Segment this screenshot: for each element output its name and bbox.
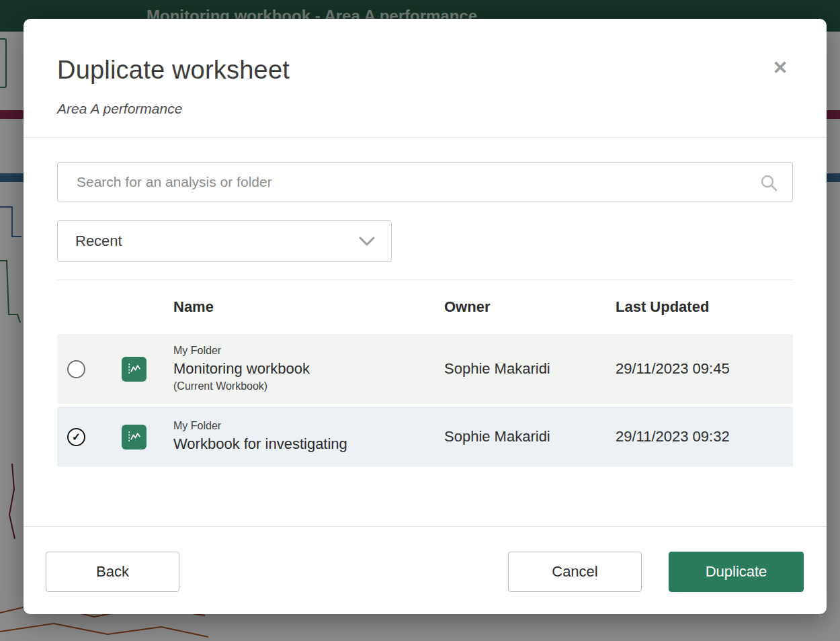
table-header-row: Name Owner Last Updated	[57, 280, 793, 334]
table-row[interactable]: My Folder Workbook for investigating Sop…	[57, 407, 793, 467]
row-radio-checked[interactable]	[67, 428, 85, 446]
dialog-body: Recent Name Owner Last Updated	[24, 138, 827, 526]
workbook-icon	[122, 357, 146, 382]
row-note: (Current Workbook)	[173, 380, 444, 394]
row-folder: My Folder	[173, 344, 444, 358]
column-header-name: Name	[173, 298, 444, 316]
row-folder: My Folder	[173, 419, 444, 433]
close-icon[interactable]: ✕	[769, 56, 792, 79]
cancel-button[interactable]: Cancel	[508, 552, 642, 592]
duplicate-button[interactable]: Duplicate	[669, 552, 804, 592]
row-owner: Sophie Makaridi	[444, 428, 616, 445]
row-owner: Sophie Makaridi	[444, 360, 616, 378]
row-workbook-name: Workbook for investigating	[173, 435, 444, 454]
search-icon	[760, 174, 778, 191]
row-radio-unchecked[interactable]	[67, 360, 85, 378]
back-button[interactable]: Back	[46, 552, 179, 592]
column-header-owner: Owner	[444, 298, 616, 316]
column-header-last-updated: Last Updated	[616, 298, 793, 316]
duplicate-worksheet-dialog: ✕ Duplicate worksheet Area A performance…	[24, 19, 827, 614]
row-last-updated: 29/11/2023 09:45	[616, 360, 793, 378]
row-workbook-name: Monitoring workbook	[173, 359, 444, 379]
dialog-subtitle: Area A performance	[57, 101, 793, 117]
dialog-header: Duplicate worksheet Area A performance	[24, 19, 827, 138]
dialog-title: Duplicate worksheet	[57, 56, 793, 85]
search-input[interactable]	[58, 163, 792, 202]
sort-filter-dropdown[interactable]: Recent	[57, 220, 392, 262]
search-box	[57, 162, 793, 202]
dropdown-selected-value: Recent	[75, 232, 122, 250]
row-last-updated: 29/11/2023 09:32	[616, 428, 793, 445]
workbook-icon	[122, 425, 146, 450]
chevron-down-icon	[359, 237, 375, 246]
dialog-footer: Back Cancel Duplicate	[24, 526, 827, 614]
table-row[interactable]: My Folder Monitoring workbook (Current W…	[57, 334, 793, 404]
